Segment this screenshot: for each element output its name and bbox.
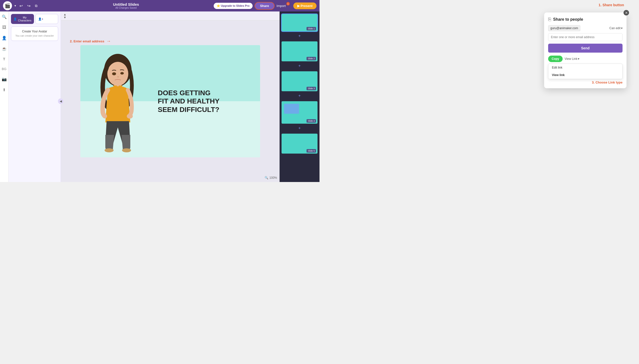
create-avatar-label: Create Your Avatar — [14, 30, 55, 33]
slide-content-layer: DOES GETTING FIT AND HEALTHY SEEM DIFFIC… — [80, 45, 260, 157]
add-slide-wrapper-4: + — [282, 125, 318, 132]
add-slide-wrapper-3: + — [282, 93, 318, 100]
app-dropdown[interactable]: ▾ — [15, 4, 16, 8]
canvas-toolbar: ▲ ▼ — [61, 12, 280, 20]
slide-left — [80, 45, 155, 157]
svg-point-10 — [122, 148, 131, 152]
coffee-icon-button[interactable]: ☕ — [1, 46, 8, 52]
document-title: Untitled Slides — [41, 2, 211, 6]
slide-label-5: Slide 5 — [307, 149, 316, 152]
zoom-icon: 🔍 — [265, 176, 268, 180]
slide-label-2: Slide 2 — [307, 57, 316, 60]
slide-thumb-wrapper-2: Slide 2 — [282, 42, 318, 61]
character-figure — [80, 45, 155, 157]
slide-thumb-wrapper-3: Slide 3 — [282, 71, 318, 91]
svg-point-2 — [107, 62, 128, 86]
add-slide-button-2[interactable]: + — [297, 63, 303, 69]
create-avatar-button[interactable]: Create Your Avatar You can create your o… — [11, 26, 58, 41]
add-slide-button-1[interactable]: + — [297, 33, 303, 39]
canvas-area: ▲ ▼ ◀ — [61, 12, 280, 182]
add-character-button[interactable]: 👤+ — [36, 14, 58, 24]
photo-icon-button[interactable]: 📷 — [1, 76, 8, 82]
import-button[interactable]: Import — [277, 4, 286, 8]
my-characters-label: My Characters — [18, 16, 32, 22]
svg-rect-7 — [119, 86, 122, 90]
app-logo: 🎬 — [3, 1, 12, 10]
slide-text-line2: FIT AND HEALTHY — [158, 97, 255, 106]
save-status-text: All Changes Saved — [41, 6, 211, 9]
slide-thumb-1[interactable]: Slide 1 — [282, 14, 318, 32]
slide-thumb-5[interactable]: Slide 5 — [282, 134, 318, 154]
person-icon: 👤 — [14, 18, 17, 21]
slide-label-1: Slide 1 — [307, 27, 316, 30]
slide-thumb-3[interactable]: Slide 3 — [282, 71, 318, 91]
upgrade-button[interactable]: ⭐ Upgrade to Slides Pro — [214, 3, 253, 9]
copy-icon-button[interactable]: ⧉ — [34, 3, 39, 9]
document-title-area: Untitled Slides All Changes Saved — [41, 2, 211, 9]
slide-thumb-wrapper-1: Slide 1 — [282, 14, 318, 32]
topbar: 🎬 ▾ ↩ ↪ ⧉ All Changes Saved Untitled Sli… — [0, 0, 319, 12]
slide-thumb-wrapper-4: Slide 4 — [282, 101, 318, 124]
character-svg — [85, 50, 150, 157]
present-button[interactable]: ▶ Present — [293, 2, 317, 9]
add-slide-button-4[interactable]: + — [297, 125, 303, 131]
slide-thumb-wrapper-5: Slide 5 — [282, 134, 318, 154]
annotation-email: 2. Enter email address → — [70, 39, 111, 44]
slide-thumb-2[interactable]: Slide 2 — [282, 42, 318, 61]
undo-button[interactable]: ↩ — [19, 2, 24, 9]
svg-point-8 — [127, 114, 133, 119]
slide-text-line3: SEEM DIFFICULT? — [158, 106, 255, 114]
svg-rect-6 — [113, 86, 117, 90]
add-person-icon: 👤+ — [38, 18, 43, 21]
nav-down-button[interactable]: ▼ — [63, 16, 66, 19]
text-icon-button[interactable]: T — [2, 56, 6, 62]
slide-right: DOES GETTING FIT AND HEALTHY SEEM DIFFIC… — [155, 45, 260, 157]
create-avatar-sub: You can create your own character — [15, 34, 54, 37]
zoom-indicator: 🔍 100% — [265, 176, 277, 180]
character-icon-button[interactable]: 👤 — [1, 35, 8, 42]
svg-point-9 — [105, 148, 114, 152]
redo-button[interactable]: ↪ — [26, 2, 32, 9]
slide-canvas: DOES GETTING FIT AND HEALTHY SEEM DIFFIC… — [80, 45, 260, 157]
add-slide-wrapper-1: + — [282, 33, 318, 40]
slide-thumb-4[interactable]: Slide 4 — [282, 101, 318, 124]
slide-label-4: Slide 4 — [307, 119, 316, 123]
canvas-nav: ▲ ▼ — [63, 13, 66, 19]
image-icon-button[interactable]: 🖼 — [1, 24, 7, 31]
character-panel: 👤 My Characters 👤+ Create Your Avatar Yo… — [9, 12, 61, 182]
svg-point-3 — [112, 72, 116, 75]
slide-text-line1: DOES GETTING — [158, 89, 255, 97]
canvas-main: ◀ — [61, 20, 280, 182]
icon-sidebar: 🔍 🖼 👤 ☕ T BG 📷 ⬆ — [0, 12, 9, 182]
annotation-email-arrow-icon: → — [106, 39, 111, 44]
char-header-row: 👤 My Characters 👤+ — [11, 14, 58, 24]
badge-icon-button[interactable]: BG — [1, 66, 8, 72]
svg-point-4 — [120, 72, 124, 74]
nav-up-button[interactable]: ▲ — [63, 13, 66, 16]
notification-badge: 1 — [286, 2, 290, 6]
search-icon-button[interactable]: 🔍 — [1, 14, 8, 20]
annotation-email-text: 2. Enter email address — [70, 40, 104, 43]
slides-panel: Slide 1 + Slide 2 + Slide 3 + Sl — [280, 12, 319, 182]
share-button[interactable]: Share — [255, 2, 275, 10]
main-layout: 🔍 🖼 👤 ☕ T BG 📷 ⬆ 👤 My Characters 👤+ Crea… — [0, 12, 319, 182]
upload-icon-button[interactable]: ⬆ — [2, 86, 7, 93]
add-slide-wrapper-2: + — [282, 63, 318, 70]
slide-label-3: Slide 3 — [307, 87, 316, 90]
add-slide-button-3[interactable]: + — [297, 93, 303, 99]
zoom-value: 100% — [269, 176, 277, 180]
topbar-actions: ⭐ Upgrade to Slides Pro Share Import 1 ▶… — [214, 2, 317, 10]
my-characters-inactive-button[interactable]: 👤 My Characters — [11, 14, 34, 24]
collapse-panel-button[interactable]: ◀ — [58, 98, 63, 104]
